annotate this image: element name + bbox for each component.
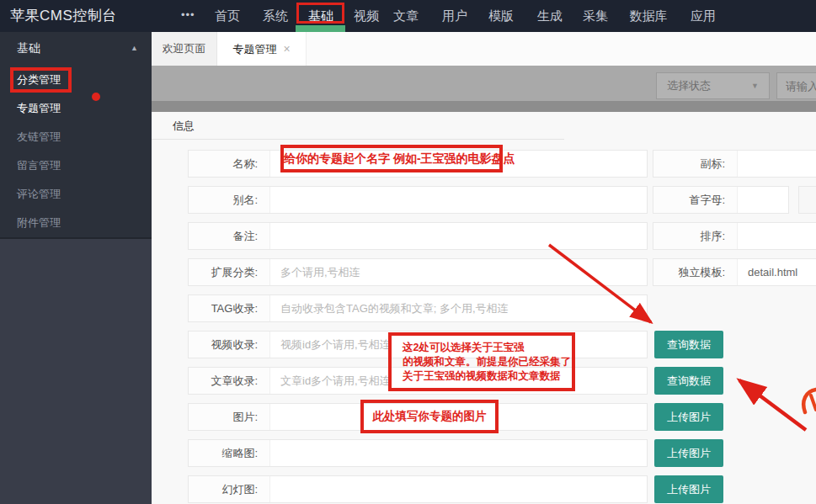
nav-item-system[interactable]: 系统 (263, 0, 288, 32)
field-label: TAG收录: (189, 295, 270, 321)
chevron-up-icon[interactable]: ▲ (131, 32, 138, 64)
upload-slideshow-button[interactable]: 上传图片 (654, 475, 723, 503)
nav-dots-icon[interactable]: ••• (181, 0, 195, 30)
clipped-next-field-cell (798, 186, 816, 214)
annotation-red-box-category (10, 67, 72, 93)
sidebar-item-topic[interactable]: 专题管理 (0, 94, 152, 123)
upload-thumbnail-button[interactable]: 上传图片 (654, 439, 723, 467)
annotation-collect-tip: 这2处可以选择关于王宝强 的视频和文章。前提是你已经采集了 关于王宝强的视频数据… (388, 332, 575, 391)
field-label: 备注: (189, 223, 270, 249)
form-row-subtitle: 副标: (653, 150, 816, 178)
sidebar-item-links[interactable]: 友链管理 (0, 123, 152, 151)
field-label: 名称: (189, 151, 270, 177)
form-row-tag: TAG收录: (188, 294, 648, 322)
status-select-dropdown[interactable]: 选择状态 ▼ (656, 72, 770, 99)
close-icon[interactable]: × (283, 32, 290, 66)
tab-welcome[interactable]: 欢迎页面 (152, 32, 217, 66)
sidebar-item-messages[interactable]: 留言管理 (0, 151, 152, 180)
page-tabbar: 欢迎页面 专题管理× (152, 32, 816, 66)
field-label: 排序: (653, 223, 738, 249)
query-article-data-button[interactable]: 查询数据 (654, 367, 723, 395)
field-label: 幻灯图: (189, 476, 270, 502)
tag-field[interactable] (270, 295, 647, 321)
app-window: 苹果CMS控制台 ••• 首页 系统 基础 视频 文章 用户 模版 生成 采集 … (0, 0, 816, 504)
alias-field[interactable] (270, 187, 647, 213)
field-label: 副标: (653, 151, 738, 177)
form-row-sort: 排序: (653, 222, 816, 250)
subtitle-field[interactable] (738, 151, 816, 177)
nav-item-article[interactable]: 文章 (393, 0, 419, 32)
sidebar: 基础 ▲ 分类管理 专题管理 友链管理 留言管理 评论管理 附件管理 (0, 32, 152, 504)
sidebar-item-attachments[interactable]: 附件管理 (0, 209, 152, 237)
sidebar-group-basic[interactable]: 基础 ▲ (0, 32, 152, 64)
form-row-slideshow: 幻灯图: (188, 475, 648, 503)
form-row-thumbnail: 缩略图: (188, 439, 648, 467)
field-label: 独立模板: (653, 259, 738, 285)
field-label: 别名: (189, 187, 270, 213)
template-field[interactable] (738, 259, 816, 285)
annotation-collect-line2: 的视频和文章。前提是你已经采集了 (403, 355, 572, 369)
top-navbar: 苹果CMS控制台 ••• 首页 系统 基础 视频 文章 用户 模版 生成 采集 … (0, 0, 816, 32)
form-row-ext-category: 扩展分类: (188, 258, 648, 286)
annotation-name-tip: 给你的专题起个名字 例如-王宝强的电影盘点 (280, 145, 503, 172)
nav-item-generate[interactable]: 生成 (537, 0, 563, 32)
nav-item-database[interactable]: 数据库 (630, 0, 668, 32)
thumbnail-field[interactable] (270, 440, 647, 466)
nav-item-video[interactable]: 视频 (354, 0, 379, 32)
panel-tab-header: 信息 (152, 112, 564, 140)
chevron-down-icon: ▼ (751, 73, 759, 98)
ext-category-field[interactable] (270, 259, 647, 285)
annotation-image-tip: 此处填写你专题的图片 (360, 400, 499, 433)
nav-active-indicator (296, 25, 345, 32)
field-label: 文章收录: (189, 368, 270, 394)
sort-field[interactable] (738, 223, 816, 249)
tab-topic-label: 专题管理 (232, 43, 276, 56)
nav-item-user[interactable]: 用户 (442, 0, 467, 32)
field-label: 图片: (189, 404, 270, 430)
form-row-alias: 别名: (188, 186, 648, 214)
slideshow-field[interactable] (270, 476, 647, 502)
sidebar-item-comments[interactable]: 评论管理 (0, 180, 152, 209)
tab-welcome-label: 欢迎页面 (163, 42, 206, 55)
query-video-data-button[interactable]: 查询数据 (654, 331, 723, 358)
remark-field[interactable] (270, 223, 647, 249)
search-input[interactable] (776, 72, 816, 99)
upload-image-button[interactable]: 上传图片 (654, 403, 723, 431)
toolbar-shadow-strip (152, 101, 816, 112)
app-title: 苹果CMS控制台 (10, 0, 117, 32)
tab-info[interactable]: 信息 (152, 112, 195, 140)
status-select-value: 选择状态 (667, 79, 711, 92)
nav-item-app[interactable]: 应用 (691, 0, 716, 32)
first-letter-field[interactable] (738, 187, 788, 213)
form-row-template: 独立模板: (653, 258, 816, 286)
annotation-collect-line1: 这2处可以选择关于王宝强 (403, 341, 572, 355)
annotation-red-dot (92, 93, 100, 101)
sidebar-group-label: 基础 (17, 41, 40, 55)
field-label: 视频收录: (189, 332, 270, 358)
field-label: 缩略图: (189, 440, 270, 466)
nav-item-home[interactable]: 首页 (215, 0, 240, 32)
field-label: 首字母: (653, 187, 738, 213)
annotation-collect-line3: 关于王宝强的视频数据和文章数据 (403, 369, 572, 384)
nav-item-template[interactable]: 模版 (488, 0, 514, 32)
tab-topic-manage[interactable]: 专题管理× (217, 32, 307, 66)
form-row-first-letter: 首字母: (653, 186, 789, 214)
annotation-red-box-basic (296, 3, 344, 24)
form-row-remark: 备注: (188, 222, 648, 250)
nav-item-collect[interactable]: 采集 (583, 0, 608, 32)
field-label: 扩展分类: (189, 259, 270, 285)
dimmed-toolbar: 选择状态 ▼ (152, 66, 816, 101)
sidebar-menu-basic: 基础 ▲ 分类管理 专题管理 友链管理 留言管理 评论管理 附件管理 (0, 32, 152, 239)
